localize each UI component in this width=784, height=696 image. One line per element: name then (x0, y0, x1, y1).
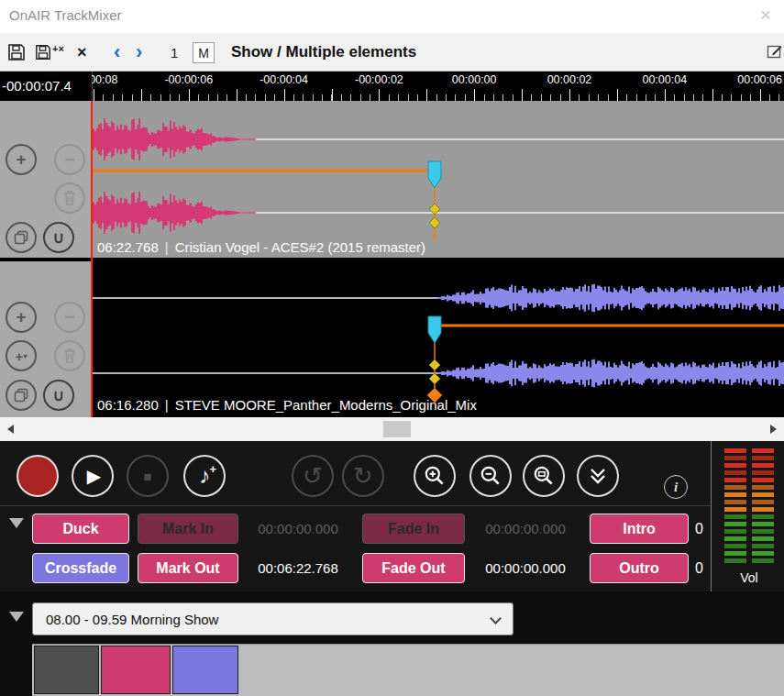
playlist-block-purple[interactable] (172, 646, 238, 694)
save-button[interactable] (7, 33, 26, 72)
layers-icon (14, 388, 28, 403)
track-2-remove-button[interactable]: − (54, 302, 85, 333)
toolbar: +× × ‹ › 1 M Show / Multiple elements (0, 33, 784, 72)
label-separator: | (165, 397, 169, 413)
ruler-tick-label: -00:00:06 (164, 73, 213, 86)
vu-segment (724, 500, 746, 504)
crossfade-button[interactable]: Crossfade (32, 553, 129, 583)
envelope-node-diamond[interactable] (429, 217, 440, 228)
editor-collapse-triangle[interactable] (9, 518, 24, 528)
vu-segment (724, 478, 746, 482)
vu-segment (752, 463, 774, 468)
track-1-remove-button[interactable]: − (54, 144, 85, 175)
playlist-blocks-row (0, 644, 784, 696)
playhead-line (91, 101, 93, 417)
playhead-position-readout: -00:00:07.4 (2, 72, 90, 101)
fade-in-time: 00:00:00.000 (468, 514, 583, 544)
save-and-remove-button[interactable]: +× (35, 33, 64, 72)
ruler-tick-label: 00:00:06 (737, 73, 782, 86)
music-note-icon: ♪ (199, 463, 210, 489)
zoom-out-button[interactable] (469, 455, 512, 497)
fade-in-button[interactable]: Fade In (362, 514, 465, 544)
track-2-layers-button[interactable] (6, 380, 37, 411)
info-button[interactable]: i (664, 475, 688, 499)
ruler-tick-label: 00:00:04 (642, 73, 687, 86)
playlist-blocks-bar[interactable] (32, 644, 784, 696)
fade-marker-pin[interactable] (428, 161, 441, 188)
envelope-node-diamond[interactable] (429, 373, 440, 384)
vu-segment (752, 492, 774, 497)
vu-segment (752, 500, 774, 504)
duck-button[interactable]: Duck (32, 514, 129, 544)
track-2-loop-button[interactable]: ∪ (43, 380, 74, 411)
zoom-in-button[interactable] (414, 455, 456, 497)
track-2-add-button[interactable]: + (6, 302, 37, 333)
scroll-right-icon[interactable] (770, 425, 777, 434)
vu-segment (752, 544, 774, 548)
envelope-node-diamond[interactable] (429, 359, 440, 370)
track-2-canvas[interactable] (92, 261, 784, 417)
playlist-block-pink[interactable] (101, 646, 171, 694)
timeline-ruler[interactable]: -00:00:07.4 -00:00:08-00:00:06-00:00:04-… (0, 72, 784, 101)
track-1-canvas[interactable] (92, 101, 784, 258)
marker-toggle-button[interactable]: M (193, 42, 215, 63)
minus-icon: − (64, 307, 74, 327)
track-1-add-button[interactable]: + (6, 144, 37, 175)
info-icon: i (674, 480, 678, 495)
fade-out-button[interactable]: Fade Out (362, 553, 465, 583)
undo-button[interactable]: ↺ (292, 455, 334, 497)
trash-icon (63, 191, 76, 205)
scroll-left-icon[interactable] (7, 425, 14, 434)
intro-button[interactable]: Intro (590, 514, 689, 544)
mark-out-button[interactable]: Mark Out (138, 553, 238, 583)
track-1-layers-button[interactable] (6, 222, 37, 253)
volume-label: Vol (723, 570, 776, 585)
zoom-fit-button[interactable] (523, 455, 565, 497)
track-1-content: 06:22.768|Cristian Vogel - ACES#2 (2015 … (92, 101, 784, 258)
stop-button[interactable]: ■ (127, 455, 169, 497)
edit-note-button[interactable] (767, 33, 783, 72)
vu-segment (724, 514, 746, 519)
loop-icon: ∪ (53, 386, 64, 405)
vu-segment (724, 507, 746, 512)
window-title: OnAIR TrackMixer (9, 7, 122, 23)
track-1: + − ∪ (0, 101, 784, 258)
playlist-collapse-triangle[interactable] (9, 612, 24, 622)
vu-segment (752, 485, 774, 490)
outro-button[interactable]: Outro (590, 553, 689, 583)
track-1-delete-button[interactable] (54, 182, 85, 214)
window-close-icon[interactable]: × (753, 2, 778, 28)
track-2-delete-button[interactable] (54, 340, 85, 371)
track-1-loop-button[interactable]: ∪ (43, 222, 74, 253)
fade-out-time: 00:00:00.000 (468, 553, 583, 583)
next-arrow-icon[interactable]: › (136, 33, 142, 72)
track-1-duration: 06:22.768 (97, 239, 159, 255)
fade-marker-pin[interactable] (428, 316, 441, 343)
track-1-title: Cristian Vogel - ACES#2 (2015 remaster) (175, 239, 425, 255)
save-icon (35, 44, 51, 61)
mark-in-button[interactable]: Mark In (138, 514, 238, 544)
track-2-add-dropdown-button[interactable]: +▾ (6, 340, 37, 371)
redo-button[interactable]: ↻ (342, 455, 384, 497)
scrollbar-thumb[interactable] (383, 421, 411, 437)
ruler-major-ticks (94, 89, 784, 101)
record-button[interactable] (17, 455, 59, 497)
track-2-content: 06:16.280|STEVE MOORE_Panther_Moderns_Or… (92, 261, 784, 417)
edit-note-icon (767, 44, 783, 61)
control-console: ▶ ■ ♪ + ↺ ↻ (0, 441, 784, 591)
delete-button[interactable]: × (77, 33, 87, 72)
vu-segment (752, 507, 774, 512)
vu-segment (724, 551, 746, 556)
previous-arrow-icon[interactable]: ‹ (114, 33, 120, 72)
show-select-dropdown[interactable]: 08.00 - 09.59 Morning Show (32, 602, 513, 635)
intro-value: 0 (695, 514, 703, 544)
vu-segment (752, 558, 774, 563)
playlist-block-gray[interactable] (34, 646, 99, 694)
play-button[interactable]: ▶ (72, 455, 114, 497)
track-2-label: 06:16.280|STEVE MOORE_Panther_Moderns_Or… (97, 397, 477, 413)
stop-icon: ■ (143, 469, 151, 484)
horizontal-scrollbar[interactable] (0, 417, 784, 441)
collapse-button[interactable] (577, 455, 619, 497)
add-jingle-button[interactable]: ♪ + (183, 455, 226, 497)
vu-segment (752, 514, 774, 519)
